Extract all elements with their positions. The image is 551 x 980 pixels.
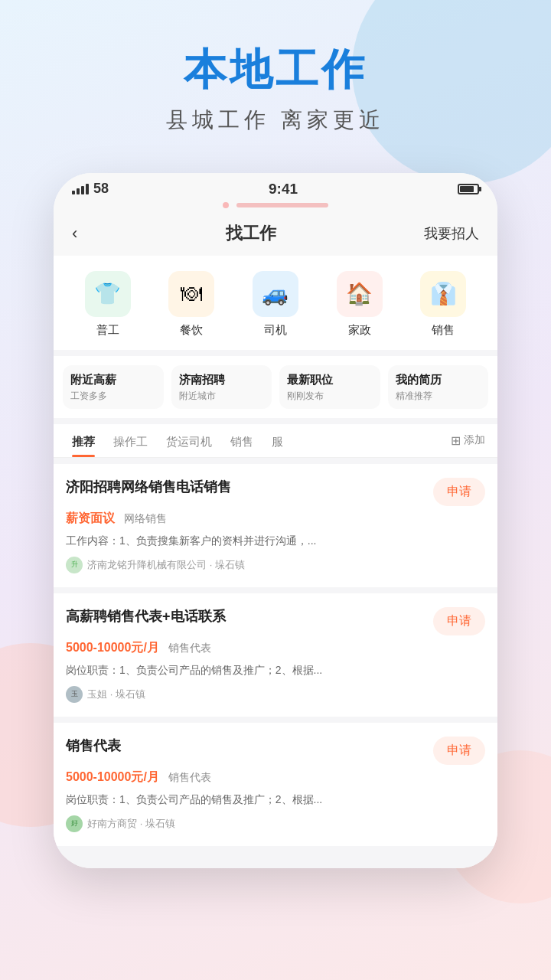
category-housekeeping[interactable]: 🏠 家政 bbox=[337, 271, 383, 338]
job-header-1: 高薪聘销售代表+电话联系 申请 bbox=[66, 607, 485, 635]
category-general-worker-label: 普工 bbox=[96, 323, 119, 338]
job-header-2: 销售代表 申请 bbox=[66, 737, 485, 765]
battery-icon bbox=[458, 184, 479, 194]
company-avatar-1: 玉 bbox=[66, 686, 83, 703]
add-tab-button[interactable]: ⊞ 添加 bbox=[448, 426, 488, 456]
apply-button-2[interactable]: 申请 bbox=[433, 737, 485, 765]
content-area: 👕 普工 🍽 餐饮 🚙 司机 🏠 bbox=[54, 256, 497, 868]
company-avatar-2: 好 bbox=[66, 815, 83, 832]
status-right bbox=[458, 184, 479, 194]
quick-card-my-resume[interactable]: 我的简历 精准推荐 bbox=[388, 365, 489, 409]
category-sales[interactable]: 👔 销售 bbox=[420, 271, 466, 338]
category-food-service[interactable]: 🍽 餐饮 bbox=[168, 271, 214, 338]
category-housekeeping-label: 家政 bbox=[348, 323, 371, 338]
job-tag-1: 销售代表 bbox=[168, 642, 211, 655]
job-salary-row-0: 薪资面议 网络销售 bbox=[66, 511, 485, 527]
status-time: 9:41 bbox=[269, 181, 298, 198]
page-header: 本地工作 县城工作 离家更近 bbox=[0, 0, 551, 150]
quick-card-sub-2: 刚刚发布 bbox=[287, 390, 373, 403]
category-driver[interactable]: 🚙 司机 bbox=[253, 271, 298, 338]
nav-bar: ‹ 找工作 我要招人 bbox=[54, 211, 497, 256]
signal-bar-1 bbox=[72, 191, 75, 194]
quick-card-jinan-recruit[interactable]: 济南招聘 附近城市 bbox=[171, 365, 272, 409]
tab-sales[interactable]: 销售 bbox=[221, 424, 262, 457]
tab-recommended[interactable]: 推荐 bbox=[63, 424, 104, 457]
tabs-section: 推荐 操作工 货运司机 销售 服 ⊞ 添加 bbox=[54, 424, 497, 458]
page-title: 本地工作 bbox=[15, 46, 536, 93]
job-salary-row-1: 5000-10000元/月 销售代表 bbox=[66, 640, 485, 656]
phone-notch bbox=[54, 198, 497, 211]
general-worker-icon-wrap: 👕 bbox=[85, 271, 131, 317]
job-salary-0: 薪资面议 bbox=[66, 511, 115, 524]
job-title-2: 销售代表 bbox=[66, 737, 424, 756]
job-salary-row-2: 5000-10000元/月 销售代表 bbox=[66, 769, 485, 786]
quick-card-latest-jobs[interactable]: 最新职位 刚刚发布 bbox=[279, 365, 380, 409]
job-salary-1: 5000-10000元/月 bbox=[66, 641, 159, 654]
job-company-0: 升 济南龙铭升降机械有限公司 · 垛石镇 bbox=[66, 557, 485, 573]
job-title-1: 高薪聘销售代表+电话联系 bbox=[66, 607, 424, 626]
job-desc-2: 岗位职责：1、负责公司产品的销售及推广；2、根据... bbox=[66, 792, 485, 808]
status-left: 58 bbox=[72, 181, 109, 197]
quick-card-title-3: 我的简历 bbox=[396, 373, 481, 387]
notch-dot bbox=[223, 202, 229, 208]
category-food-service-label: 餐饮 bbox=[180, 323, 203, 338]
job-header-0: 济阳招聘网络销售电话销售 申请 bbox=[66, 478, 485, 506]
apply-button-1[interactable]: 申请 bbox=[433, 607, 485, 635]
housekeeping-icon-wrap: 🏠 bbox=[337, 271, 383, 317]
sales-icon-wrap: 👔 bbox=[420, 271, 466, 317]
jobs-section: 济阳招聘网络销售电话销售 申请 薪资面议 网络销售 工作内容：1、负责搜集新客户… bbox=[54, 458, 497, 858]
quick-card-sub-1: 附近城市 bbox=[179, 390, 265, 403]
job-company-2: 好 好南方商贸 · 垛石镇 bbox=[66, 815, 485, 832]
job-tag-2: 销售代表 bbox=[168, 771, 211, 785]
job-salary-2: 5000-10000元/月 bbox=[66, 770, 159, 783]
page-subtitle: 县城工作 离家更近 bbox=[15, 106, 536, 135]
job-card-1: 高薪聘销售代表+电话联系 申请 5000-10000元/月 销售代表 岗位职责：… bbox=[54, 593, 497, 717]
signal-strength: 58 bbox=[93, 181, 109, 197]
quick-card-title-0: 附近高薪 bbox=[70, 373, 156, 387]
job-desc-0: 工作内容：1、负责搜集新客户的资料并进行沟通，... bbox=[66, 533, 485, 549]
company-avatar-0: 升 bbox=[66, 557, 83, 573]
nav-title: 找工作 bbox=[226, 222, 276, 245]
back-button[interactable]: ‹ bbox=[72, 224, 77, 243]
job-desc-1: 岗位职责：1、负责公司产品的销售及推广；2、根据... bbox=[66, 662, 485, 678]
job-title-0: 济阳招聘网络销售电话销售 bbox=[66, 478, 424, 497]
quick-card-title-2: 最新职位 bbox=[287, 373, 373, 387]
notch-bar bbox=[236, 203, 328, 207]
quick-card-sub-0: 工资多多 bbox=[70, 390, 156, 403]
quick-card-title-1: 济南招聘 bbox=[179, 373, 265, 387]
tab-freight-driver[interactable]: 货运司机 bbox=[157, 424, 221, 457]
status-bar: 58 9:41 bbox=[54, 173, 497, 198]
category-sales-label: 销售 bbox=[432, 323, 455, 338]
recruit-button[interactable]: 我要招人 bbox=[424, 224, 479, 243]
signal-bar-2 bbox=[77, 188, 80, 194]
company-name-2: 好南方商贸 · 垛石镇 bbox=[87, 817, 175, 831]
signal-icon bbox=[72, 184, 89, 194]
job-company-1: 玉 玉姐 · 垛石镇 bbox=[66, 686, 485, 703]
food-service-icon-wrap: 🍽 bbox=[168, 271, 214, 317]
category-general-worker[interactable]: 👕 普工 bbox=[85, 271, 131, 338]
category-section: 👕 普工 🍽 餐饮 🚙 司机 🏠 bbox=[54, 256, 497, 350]
apply-button-0[interactable]: 申请 bbox=[433, 478, 485, 506]
battery-fill bbox=[460, 186, 474, 192]
job-card-0: 济阳招聘网络销售电话销售 申请 薪资面议 网络销售 工作内容：1、负责搜集新客户… bbox=[54, 464, 497, 587]
quick-card-nearby-high-salary[interactable]: 附近高薪 工资多多 bbox=[63, 365, 164, 409]
company-name-1: 玉姐 · 垛石镇 bbox=[87, 688, 145, 701]
company-name-0: 济南龙铭升降机械有限公司 · 垛石镇 bbox=[87, 558, 245, 572]
quick-access-section: 附近高薪 工资多多 济南招聘 附近城市 最新职位 刚刚发布 我的简历 精准推荐 bbox=[54, 356, 497, 418]
signal-bar-4 bbox=[86, 184, 89, 194]
tab-operator[interactable]: 操作工 bbox=[104, 424, 157, 457]
tab-more[interactable]: 服 bbox=[262, 424, 292, 457]
job-tag-0: 网络销售 bbox=[124, 512, 167, 526]
quick-card-sub-3: 精准推荐 bbox=[396, 390, 481, 403]
job-card-2: 销售代表 申请 5000-10000元/月 销售代表 岗位职责：1、负责公司产品… bbox=[54, 723, 497, 846]
category-driver-label: 司机 bbox=[264, 323, 287, 338]
phone-mockup: 58 9:41 ‹ 找工作 我要招人 👕 普工 bbox=[54, 173, 497, 868]
driver-icon-wrap: 🚙 bbox=[253, 271, 298, 317]
signal-bar-3 bbox=[81, 186, 84, 194]
add-icon: ⊞ bbox=[451, 433, 461, 448]
